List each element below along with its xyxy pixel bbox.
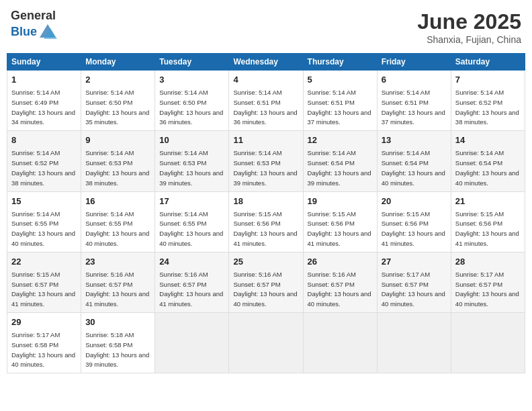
day-detail: Sunrise: 5:14 AMSunset: 6:54 PMDaylight:…	[455, 149, 519, 186]
table-row: 20 Sunrise: 5:15 AMSunset: 6:56 PMDaylig…	[377, 191, 451, 252]
table-row: 7 Sunrise: 5:14 AMSunset: 6:52 PMDayligh…	[451, 71, 525, 131]
day-detail: Sunrise: 5:14 AMSunset: 6:55 PMDaylight:…	[159, 210, 223, 247]
month-title: June 2025	[417, 9, 521, 34]
day-detail: Sunrise: 5:14 AMSunset: 6:55 PMDaylight:…	[85, 210, 149, 247]
table-row: 13 Sunrise: 5:14 AMSunset: 6:54 PMDaylig…	[377, 131, 451, 191]
table-row: 14 Sunrise: 5:14 AMSunset: 6:54 PMDaylig…	[451, 131, 525, 191]
day-number: 25	[233, 256, 298, 268]
day-number: 7	[455, 74, 521, 86]
day-number: 16	[85, 195, 150, 208]
day-detail: Sunrise: 5:15 AMSunset: 6:56 PMDaylight:…	[308, 210, 371, 247]
day-number: 19	[308, 195, 373, 208]
day-number: 8	[11, 134, 77, 146]
table-row: 12 Sunrise: 5:14 AMSunset: 6:54 PMDaylig…	[303, 131, 377, 191]
day-detail: Sunrise: 5:15 AMSunset: 6:57 PMDaylight:…	[11, 271, 75, 308]
table-row	[377, 313, 451, 373]
table-row: 26 Sunrise: 5:16 AMSunset: 6:57 PMDaylig…	[303, 252, 377, 312]
table-row: 28 Sunrise: 5:17 AMSunset: 6:57 PMDaylig…	[451, 252, 525, 312]
day-detail: Sunrise: 5:14 AMSunset: 6:54 PMDaylight:…	[382, 149, 445, 186]
table-row: 10 Sunrise: 5:14 AMSunset: 6:53 PMDaylig…	[155, 131, 229, 191]
week-row-2: 15 Sunrise: 5:14 AMSunset: 6:55 PMDaylig…	[7, 191, 525, 252]
day-detail: Sunrise: 5:16 AMSunset: 6:57 PMDaylight:…	[85, 271, 149, 308]
week-row-3: 22 Sunrise: 5:15 AMSunset: 6:57 PMDaylig…	[7, 252, 525, 312]
day-detail: Sunrise: 5:14 AMSunset: 6:52 PMDaylight:…	[455, 89, 519, 126]
day-number: 18	[233, 195, 298, 208]
table-row: 8 Sunrise: 5:14 AMSunset: 6:52 PMDayligh…	[7, 131, 81, 191]
day-number: 24	[159, 256, 224, 268]
day-detail: Sunrise: 5:17 AMSunset: 6:57 PMDaylight:…	[382, 271, 445, 308]
logo-icon	[38, 23, 57, 42]
col-friday: Friday	[377, 54, 451, 71]
location: Shanxia, Fujian, China	[417, 34, 521, 45]
day-detail: Sunrise: 5:14 AMSunset: 6:52 PMDaylight:…	[11, 149, 75, 186]
table-row: 4 Sunrise: 5:14 AMSunset: 6:51 PMDayligh…	[229, 71, 303, 131]
day-number: 27	[382, 256, 447, 268]
table-row: 16 Sunrise: 5:14 AMSunset: 6:55 PMDaylig…	[81, 191, 155, 252]
day-detail: Sunrise: 5:14 AMSunset: 6:53 PMDaylight:…	[159, 149, 223, 186]
day-number: 22	[11, 256, 77, 268]
day-detail: Sunrise: 5:18 AMSunset: 6:58 PMDaylight:…	[85, 331, 149, 368]
table-row	[303, 313, 377, 373]
table-row: 22 Sunrise: 5:15 AMSunset: 6:57 PMDaylig…	[7, 252, 81, 312]
day-detail: Sunrise: 5:14 AMSunset: 6:51 PMDaylight:…	[308, 89, 371, 126]
day-number: 10	[159, 134, 224, 146]
col-wednesday: Wednesday	[229, 54, 303, 71]
table-row: 19 Sunrise: 5:15 AMSunset: 6:56 PMDaylig…	[303, 191, 377, 252]
day-number: 2	[85, 74, 150, 86]
table-row: 25 Sunrise: 5:16 AMSunset: 6:57 PMDaylig…	[229, 252, 303, 312]
week-row-4: 29 Sunrise: 5:17 AMSunset: 6:58 PMDaylig…	[7, 313, 525, 373]
day-number: 20	[382, 195, 447, 208]
day-detail: Sunrise: 5:14 AMSunset: 6:51 PMDaylight:…	[382, 89, 445, 126]
day-number: 15	[11, 195, 77, 208]
day-number: 11	[233, 134, 298, 146]
table-row: 23 Sunrise: 5:16 AMSunset: 6:57 PMDaylig…	[81, 252, 155, 312]
table-row: 3 Sunrise: 5:14 AMSunset: 6:50 PMDayligh…	[155, 71, 229, 131]
header-row: Sunday Monday Tuesday Wednesday Thursday…	[7, 54, 525, 71]
logo-blue: Blue	[11, 26, 37, 39]
table-row: 11 Sunrise: 5:14 AMSunset: 6:53 PMDaylig…	[229, 131, 303, 191]
day-number: 13	[382, 134, 447, 146]
table-row: 30 Sunrise: 5:18 AMSunset: 6:58 PMDaylig…	[81, 313, 155, 373]
logo-text: General Blue	[11, 9, 57, 42]
col-monday: Monday	[81, 54, 155, 71]
day-number: 17	[159, 195, 224, 208]
day-number: 12	[308, 134, 373, 146]
day-number: 14	[455, 134, 521, 146]
table-row: 15 Sunrise: 5:14 AMSunset: 6:55 PMDaylig…	[7, 191, 81, 252]
table-row: 17 Sunrise: 5:14 AMSunset: 6:55 PMDaylig…	[155, 191, 229, 252]
day-detail: Sunrise: 5:14 AMSunset: 6:54 PMDaylight:…	[308, 149, 371, 186]
table-row: 1 Sunrise: 5:14 AMSunset: 6:49 PMDayligh…	[7, 71, 81, 131]
day-detail: Sunrise: 5:15 AMSunset: 6:56 PMDaylight:…	[382, 210, 445, 247]
table-row	[451, 313, 525, 373]
table-row: 18 Sunrise: 5:15 AMSunset: 6:56 PMDaylig…	[229, 191, 303, 252]
table-row: 21 Sunrise: 5:15 AMSunset: 6:56 PMDaylig…	[451, 191, 525, 252]
page-header: General Blue June 2025 Shanxia, Fujian, …	[7, 7, 525, 48]
day-number: 29	[11, 316, 77, 328]
week-row-0: 1 Sunrise: 5:14 AMSunset: 6:49 PMDayligh…	[7, 71, 525, 131]
day-detail: Sunrise: 5:15 AMSunset: 6:56 PMDaylight:…	[455, 210, 519, 247]
table-row	[155, 313, 229, 373]
day-detail: Sunrise: 5:14 AMSunset: 6:55 PMDaylight:…	[11, 210, 75, 247]
col-thursday: Thursday	[303, 54, 377, 71]
table-row: 9 Sunrise: 5:14 AMSunset: 6:53 PMDayligh…	[81, 131, 155, 191]
day-detail: Sunrise: 5:15 AMSunset: 6:56 PMDaylight:…	[233, 210, 297, 247]
day-number: 23	[85, 256, 150, 268]
day-number: 5	[308, 74, 373, 86]
day-number: 26	[308, 256, 373, 268]
day-detail: Sunrise: 5:16 AMSunset: 6:57 PMDaylight:…	[159, 271, 223, 308]
logo-general: General	[11, 9, 57, 23]
table-row: 27 Sunrise: 5:17 AMSunset: 6:57 PMDaylig…	[377, 252, 451, 312]
table-row: 29 Sunrise: 5:17 AMSunset: 6:58 PMDaylig…	[7, 313, 81, 373]
day-detail: Sunrise: 5:17 AMSunset: 6:57 PMDaylight:…	[455, 271, 519, 308]
day-detail: Sunrise: 5:16 AMSunset: 6:57 PMDaylight:…	[308, 271, 371, 308]
day-number: 1	[11, 74, 77, 86]
day-number: 30	[85, 316, 150, 328]
table-row: 24 Sunrise: 5:16 AMSunset: 6:57 PMDaylig…	[155, 252, 229, 312]
day-detail: Sunrise: 5:14 AMSunset: 6:53 PMDaylight:…	[233, 149, 297, 186]
day-detail: Sunrise: 5:14 AMSunset: 6:51 PMDaylight:…	[233, 89, 297, 126]
day-detail: Sunrise: 5:17 AMSunset: 6:58 PMDaylight:…	[11, 331, 75, 368]
logo: General Blue	[11, 9, 57, 42]
day-number: 21	[455, 195, 521, 208]
col-saturday: Saturday	[451, 54, 525, 71]
day-detail: Sunrise: 5:14 AMSunset: 6:50 PMDaylight:…	[85, 89, 149, 126]
